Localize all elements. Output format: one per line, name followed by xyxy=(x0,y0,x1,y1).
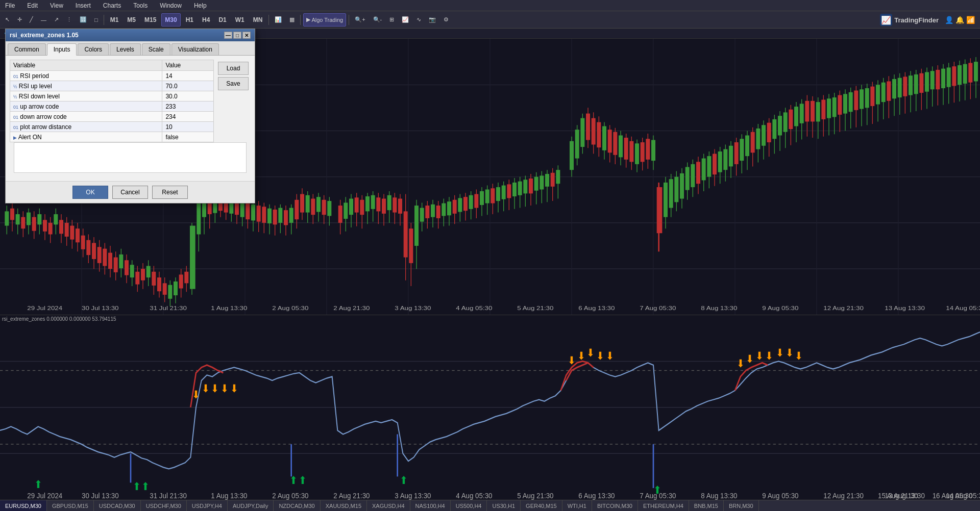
tab-brn-m30[interactable]: BRN,M30 xyxy=(724,500,759,512)
bar-chart-btn[interactable]: ▦ xyxy=(286,13,298,27)
tab-levels[interactable]: Levels xyxy=(110,43,141,55)
menu-insert[interactable]: Insert xyxy=(72,1,94,10)
svg-rect-362 xyxy=(958,65,962,85)
table-row: 01 down arrow code 234 xyxy=(10,112,214,122)
table-row: ▶ Alert ON false xyxy=(10,132,214,142)
val-rsi-up[interactable]: 70.0 xyxy=(162,81,214,91)
svg-rect-66 xyxy=(135,272,139,285)
tab-inputs[interactable]: Inputs xyxy=(47,43,77,56)
svg-text:9 Aug 05:30: 9 Aug 05:30 xyxy=(762,305,798,312)
svg-rect-348 xyxy=(919,73,923,93)
svg-rect-324 xyxy=(854,91,858,110)
tab-colors[interactable]: Colors xyxy=(78,43,109,55)
fib-tool[interactable]: 🔢 xyxy=(77,13,90,27)
svg-rect-34 xyxy=(48,223,53,235)
svg-rect-106 xyxy=(246,202,250,219)
tab-visualization[interactable]: Visualization xyxy=(172,43,219,55)
tab-us500-h4[interactable]: US500,H4 xyxy=(451,500,487,512)
tf-m5[interactable]: M5 xyxy=(124,13,139,27)
ok-button[interactable]: OK xyxy=(72,186,108,199)
tab-xagusd-h4[interactable]: XAGUSD,H4 xyxy=(367,500,410,512)
menu-file[interactable]: File xyxy=(2,1,18,10)
save-button[interactable]: Save xyxy=(218,77,249,90)
tf-h1[interactable]: H1 xyxy=(182,13,197,27)
rsi-indicator[interactable]: rsi_extreme_zones 0.000000 0.000000 53.7… xyxy=(0,315,980,500)
menu-tools[interactable]: Tools xyxy=(130,1,151,10)
tab-usdchf-m30[interactable]: USDCHF,M30 xyxy=(141,500,187,512)
zoom-in-btn[interactable]: 🔍+ xyxy=(352,13,368,27)
indicators-btn[interactable]: ∿ xyxy=(413,13,424,27)
tab-usdcad-m30[interactable]: USDCAD,M30 xyxy=(94,500,141,512)
col-value: Value xyxy=(162,60,214,71)
tab-audjpy-daily[interactable]: AUDJPY,Daily xyxy=(228,500,274,512)
tab-common[interactable]: Common xyxy=(8,43,46,55)
var-icon-plot-dist: 01 plot arrow distance xyxy=(10,122,162,132)
tab-wti-h1[interactable]: WTI,H1 xyxy=(562,500,592,512)
indicator-settings-dialog[interactable]: rsi_extreme_zones 1.05 — □ ✕ Common Inpu… xyxy=(5,29,255,203)
val-rsi-down[interactable]: 30.0 xyxy=(162,91,214,101)
menu-view[interactable]: View xyxy=(47,1,66,10)
svg-text:⬇: ⬇ xyxy=(786,347,794,359)
zoom-out-btn[interactable]: 🔍- xyxy=(370,13,385,27)
val-up-arrow[interactable]: 233 xyxy=(162,101,214,112)
tf-m30[interactable]: M30 xyxy=(161,13,180,27)
tf-m15[interactable]: M15 xyxy=(141,13,160,27)
tab-scale[interactable]: Scale xyxy=(142,43,170,55)
dialog-tabs: Common Inputs Colors Levels Scale Visual… xyxy=(6,41,255,56)
line-tool[interactable]: ╱ xyxy=(27,13,36,27)
algo-trading-btn[interactable]: ▶ Algo Trading xyxy=(303,13,346,27)
svg-rect-156 xyxy=(387,195,391,210)
load-button[interactable]: Load xyxy=(218,62,249,75)
grid-btn[interactable]: ⊞ xyxy=(386,13,397,27)
minimize-button[interactable]: — xyxy=(224,32,232,39)
tab-nas100-h4[interactable]: NAS100,H4 xyxy=(410,500,451,512)
tab-xauusd-m15[interactable]: XAUUSD,M15 xyxy=(321,500,367,512)
tab-bitcoin-m30[interactable]: BITCOIN,M30 xyxy=(592,500,638,512)
svg-rect-252 xyxy=(657,187,663,233)
val-down-arrow[interactable]: 234 xyxy=(162,112,214,122)
tab-usdjpy-h4[interactable]: USDJPY,H4 xyxy=(187,500,228,512)
cancel-button[interactable]: Cancel xyxy=(112,186,148,199)
tf-mn[interactable]: MN xyxy=(250,13,266,27)
val-plot-dist[interactable]: 10 xyxy=(162,122,214,132)
menu-help[interactable]: Help xyxy=(191,1,210,10)
tab-nzdcad-m30[interactable]: NZDCAD,M30 xyxy=(274,500,320,512)
svg-rect-240 xyxy=(624,138,628,160)
svg-rect-200 xyxy=(507,184,511,198)
settings-btn[interactable]: ⚙ xyxy=(440,13,452,27)
tab-us30-h1[interactable]: US30,H1 xyxy=(487,500,521,512)
trendline-tool[interactable]: ↗ xyxy=(51,13,62,27)
hline-tool[interactable]: — xyxy=(38,13,50,27)
tf-m1[interactable]: M1 xyxy=(107,13,122,27)
menu-charts[interactable]: Charts xyxy=(100,1,124,10)
svg-rect-182 xyxy=(458,198,462,212)
tab-eurusd-m30[interactable]: EURUSD,M30 xyxy=(0,500,47,512)
chart-type-btn[interactable]: 📊 xyxy=(272,13,285,27)
svg-rect-74 xyxy=(157,277,161,291)
screenshot-btn[interactable]: 📷 xyxy=(426,13,439,27)
volumes-btn[interactable]: 📈 xyxy=(399,13,412,27)
tf-d1[interactable]: D1 xyxy=(215,13,230,27)
menu-edit[interactable]: Edit xyxy=(24,1,41,10)
cursor-tool[interactable]: ↖ xyxy=(2,13,13,27)
tab-gbpusd-m15[interactable]: GBPUSD,M15 xyxy=(47,500,94,512)
reset-button[interactable]: Reset xyxy=(152,186,188,199)
menu-window[interactable]: Window xyxy=(157,1,185,10)
tab-bnb-m15[interactable]: BNB,M15 xyxy=(689,500,724,512)
val-rsi-period[interactable]: 14 xyxy=(162,71,214,81)
tab-ethereum-h4[interactable]: ETHEREUM,H4 xyxy=(638,500,689,512)
svg-rect-364 xyxy=(963,64,967,84)
val-alert[interactable]: false xyxy=(162,132,214,142)
maximize-button[interactable]: □ xyxy=(233,32,241,39)
rect-tool[interactable]: □ xyxy=(91,13,101,27)
tab-ger40-m15[interactable]: GER40,M15 xyxy=(521,500,562,512)
svg-rect-310 xyxy=(816,102,820,121)
svg-text:⬇: ⬇ xyxy=(755,350,764,362)
svg-text:8 Aug 13:30: 8 Aug 13:30 xyxy=(701,491,737,500)
tf-w1[interactable]: W1 xyxy=(232,13,248,27)
channel-tool[interactable]: ⋮ xyxy=(63,13,75,27)
close-button[interactable]: ✕ xyxy=(242,32,251,39)
tf-h4[interactable]: H4 xyxy=(199,13,213,27)
crosshair-tool[interactable]: ✛ xyxy=(14,13,25,27)
svg-rect-322 xyxy=(849,92,853,112)
